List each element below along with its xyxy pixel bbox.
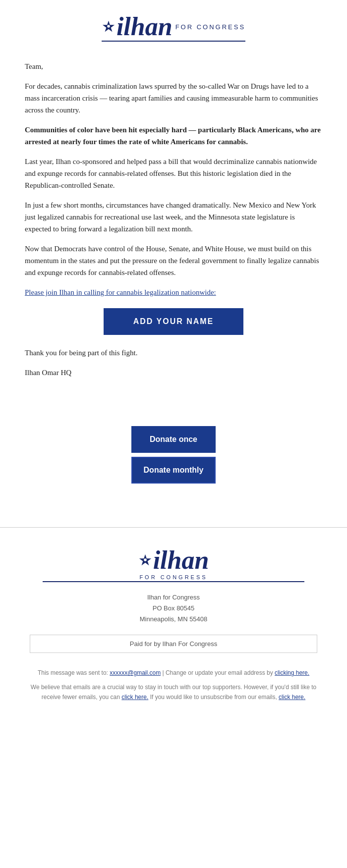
logo-for-congress-inline: FOR CONGRESS	[175, 23, 245, 31]
footer-address-line2: PO Box 80545	[10, 603, 337, 614]
star-icon	[102, 20, 116, 34]
footer-for-congress-text: FOR CONGRESS	[10, 574, 337, 580]
add-your-name-button[interactable]: ADD YOUR NAME	[104, 308, 244, 335]
change-label: | Change or update your email address by	[163, 669, 273, 676]
cta-link-anchor[interactable]: Please join Ilhan in calling for cannabi…	[25, 288, 216, 296]
para4-text: In just a few short months, circumstance…	[25, 199, 322, 235]
para5-text: Now that Democrats have control of the H…	[25, 243, 322, 278]
footer-logo-row: ilhan	[10, 547, 337, 573]
email-wrapper: ilhan FOR CONGRESS Team, For decades, ca…	[0, 0, 347, 868]
paid-for-box: Paid for by Ilhan For Congress	[30, 635, 317, 653]
logo-underline	[102, 41, 245, 42]
svg-point-1	[107, 25, 110, 28]
para3-text: Last year, Ilhan co-sponsored and helped…	[25, 156, 322, 191]
click-here2-link[interactable]: click here.	[279, 694, 305, 701]
donate-once-button[interactable]: Donate once	[131, 426, 216, 453]
footer-email-link[interactable]: xxxxxx@gmail.com	[110, 669, 161, 676]
footer-bottom: This message was sent to: xxxxxx@gmail.c…	[10, 663, 337, 716]
logo-container: ilhan FOR CONGRESS	[102, 14, 245, 42]
footer-address-line1: Ilhan for Congress	[10, 592, 337, 603]
clicking-here-link[interactable]: clicking here.	[275, 669, 309, 676]
email-header: ilhan FOR CONGRESS	[0, 0, 347, 51]
para2-bold-text: Communities of color have been hit espec…	[25, 124, 322, 148]
footer-star-icon	[138, 553, 152, 567]
footer-logo-underline	[43, 581, 304, 582]
svg-point-3	[144, 558, 147, 561]
sent-to-label: This message was sent to:	[38, 669, 108, 676]
donation-section: Donate once Donate monthly	[0, 396, 347, 527]
cta-button-container: ADD YOUR NAME	[25, 308, 322, 335]
para1-text: For decades, cannabis criminalization la…	[25, 80, 322, 116]
footer-address-line3: Minneapolis, MN 55408	[10, 614, 337, 625]
donate-monthly-button[interactable]: Donate monthly	[131, 457, 216, 484]
footer-section: ilhan FOR CONGRESS Ilhan for Congress PO…	[0, 528, 347, 726]
unsubscribe-text-span: If you would like to unsubscribe from ou…	[150, 694, 277, 701]
cta-link-text[interactable]: Please join Ilhan in calling for cannabi…	[25, 286, 322, 298]
thanks-text: Thank you for being part of this fight.	[25, 347, 322, 359]
footer-sent-to-para: This message was sent to: xxxxxx@gmail.c…	[30, 668, 317, 678]
signature-text: Ilhan Omar HQ	[25, 367, 322, 379]
paid-for-text: Paid for by Ilhan For Congress	[130, 640, 217, 648]
main-content: Team, For decades, cannabis criminalizat…	[0, 51, 347, 396]
footer-believe-para: We believe that emails are a crucial way…	[30, 682, 317, 703]
footer-address: Ilhan for Congress PO Box 80545 Minneapo…	[10, 592, 337, 625]
logo-name-row: ilhan FOR CONGRESS	[102, 14, 245, 40]
logo-ilhan-text: ilhan	[116, 14, 173, 40]
greeting-text: Team,	[25, 60, 322, 72]
footer-logo-container: ilhan FOR CONGRESS	[10, 547, 337, 582]
footer-logo-ilhan-text: ilhan	[153, 547, 209, 573]
click-here1-link[interactable]: click here.	[121, 694, 148, 701]
